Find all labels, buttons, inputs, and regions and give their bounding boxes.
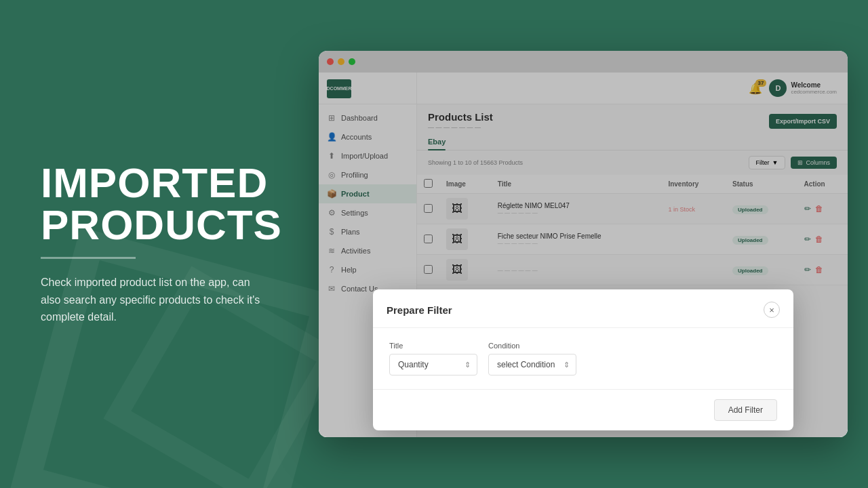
title-filter-field: Title Quantity Title SKU Price (417, 342, 477, 375)
hero-description: Check imported product list on the app, … (41, 274, 271, 326)
hero-divider (41, 257, 136, 259)
condition-filter-field: Condition select Condition Greater than … (488, 342, 576, 375)
browser-window: CED COMMERCE ⊞ Dashboard 👤 Accounts ⬆ (319, 51, 848, 437)
hero-title: IMPORTED PRODUCTS (41, 162, 271, 246)
prepare-filter-dialog: Prepare Filter × Title Quantity (417, 289, 793, 430)
right-panel: CED COMMERCE ⊞ Dashboard 👤 Accounts ⬆ (312, 0, 868, 488)
modal-header: Prepare Filter × (417, 289, 793, 328)
filter-row: Title Quantity Title SKU Price (417, 342, 777, 375)
left-panel: IMPORTED PRODUCTS Check imported product… (0, 0, 312, 488)
add-filter-button[interactable]: Add Filter (714, 399, 777, 421)
condition-select-wrapper: select Condition Greater than Less than … (488, 354, 576, 375)
title-select-wrapper: Quantity Title SKU Price (417, 354, 477, 375)
condition-filter-label: Condition (488, 342, 576, 350)
modal-footer: Add Filter (417, 389, 793, 430)
main-content: 🔔 37 D Welcome cedcommerce.com (417, 73, 848, 437)
title-filter-label: Title (417, 342, 477, 350)
modal-close-button[interactable]: × (764, 302, 780, 318)
condition-select[interactable]: select Condition Greater than Less than … (488, 354, 576, 375)
title-select[interactable]: Quantity Title SKU Price (417, 354, 477, 375)
app-layout: CED COMMERCE ⊞ Dashboard 👤 Accounts ⬆ (319, 73, 848, 437)
modal-body: Title Quantity Title SKU Price (417, 328, 793, 389)
modal-title: Prepare Filter (417, 304, 452, 316)
modal-overlay: Prepare Filter × Title Quantity (417, 73, 848, 437)
